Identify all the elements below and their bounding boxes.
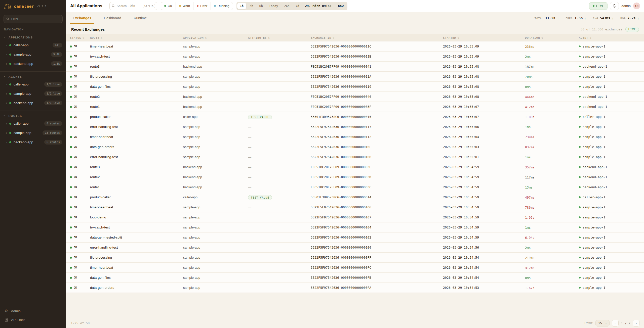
duration-value: 117ms bbox=[525, 175, 535, 179]
table-row[interactable]: OK timer-heartbeat sample-app — 5522F5F9… bbox=[66, 202, 644, 212]
date-range-display[interactable]: 29. März 09:55 – now bbox=[302, 4, 346, 8]
time-range-button[interactable]: 1h bbox=[237, 3, 246, 9]
status-filter-chip[interactable]: Running bbox=[211, 2, 233, 10]
table-row[interactable]: OK route1 backend-app — FEC51BC20E7FF09-… bbox=[66, 182, 644, 192]
sidebar-item-api-docs[interactable]: API Docs bbox=[0, 315, 66, 324]
sidebar-item[interactable]: › backend-app 6 routes bbox=[0, 137, 66, 147]
date-from: 29. März 09:55 bbox=[305, 4, 331, 8]
sidebar-item[interactable]: › caller-app 1/1 live bbox=[0, 80, 66, 89]
table-row[interactable]: OK data-gen-files sample-app — 5522F5F97… bbox=[66, 273, 644, 283]
agent-cell: sample-app-1 bbox=[579, 75, 641, 78]
table-row[interactable]: OK error-handling-test sample-app — 5522… bbox=[66, 152, 644, 162]
next-page-button[interactable]: › bbox=[633, 320, 639, 326]
section-header-applications[interactable]: › APPLICATIONS bbox=[0, 33, 66, 40]
column-header[interactable]: STARTED ⇅ bbox=[443, 36, 525, 39]
table-row[interactable]: OK route1 backend-app — FEC51BC20E7FF09-… bbox=[66, 102, 644, 112]
attributes-cell: — bbox=[248, 275, 311, 280]
theme-toggle-button[interactable] bbox=[610, 2, 619, 10]
ok-status-dot bbox=[70, 186, 72, 188]
column-header[interactable]: AGENT ⇅ bbox=[579, 36, 641, 39]
status-filter-chip[interactable]: OK bbox=[161, 2, 176, 10]
previous-page-button[interactable]: ‹ bbox=[612, 320, 619, 326]
table-row[interactable]: OK route3 backend-app — FEC51BC20E7FF09-… bbox=[66, 62, 644, 72]
table-row[interactable]: OK route2 backend-app — FEC51BC20E7FF09-… bbox=[66, 92, 644, 102]
column-header-label: STARTED bbox=[443, 36, 456, 39]
table-row[interactable]: OK data-gen-orders sample-app — 5522F5F9… bbox=[66, 283, 644, 293]
table-row[interactable]: OK file-processing sample-app — 5522F5F9… bbox=[66, 253, 644, 263]
table-row[interactable]: OK timer-heartbeat sample-app — 5522F5F9… bbox=[66, 41, 644, 52]
exchange-id-cell: 5522F5F97542636-000000000000010B bbox=[311, 155, 443, 159]
column-header[interactable]: DURATION ⇅ bbox=[525, 36, 579, 39]
column-header[interactable]: EXCHANGE ID ⇅ bbox=[311, 36, 443, 39]
agent-status-dot bbox=[579, 257, 581, 258]
time-range-button[interactable]: 6h bbox=[257, 3, 266, 9]
table-row[interactable]: OK data-gen-nested-split sample-app — 55… bbox=[66, 232, 644, 243]
duration-cell: 357ms bbox=[525, 165, 579, 169]
section-header-agents[interactable]: › AGENTS bbox=[0, 73, 66, 80]
duration-value: 1ms bbox=[525, 125, 531, 129]
column-header[interactable]: ATTRIBUTES ⇅ bbox=[248, 36, 311, 39]
time-range-button[interactable]: 3h bbox=[247, 3, 256, 9]
table-row[interactable]: OK product-caller caller-app TEST VALUE … bbox=[66, 112, 644, 122]
table-row[interactable]: OK product-caller caller-app TEST VALUE … bbox=[66, 192, 644, 202]
rows-per-page-select[interactable]: 25 ▾ bbox=[595, 320, 610, 326]
global-search[interactable]: Ctrl+K bbox=[109, 2, 157, 10]
status-filter-chip[interactable]: Error bbox=[193, 2, 211, 10]
column-header[interactable]: STATUS ⇅ bbox=[70, 36, 90, 39]
search-input[interactable] bbox=[117, 4, 141, 8]
sidebar-item[interactable]: › sample-app 1/1 live bbox=[0, 89, 66, 98]
table-row[interactable]: OK route2 backend-app — FEC51BC20E7FF09-… bbox=[66, 172, 644, 182]
status-filter-chip[interactable]: Warn bbox=[176, 2, 193, 10]
live-label: LIVE bbox=[596, 4, 604, 8]
time-range-button[interactable]: 24h bbox=[281, 3, 292, 9]
sidebar-item[interactable]: › caller-app 4 routes bbox=[0, 119, 66, 128]
table-row[interactable]: OK timer-heartbeat sample-app — 5522F5F9… bbox=[66, 263, 644, 273]
time-range-button[interactable]: Today bbox=[266, 3, 281, 9]
table-row[interactable]: OK data-gen-orders sample-app — 5522F5F9… bbox=[66, 142, 644, 152]
started-cell: 2026-03-29 10:54:59 bbox=[443, 236, 525, 239]
column-header[interactable]: APPLICATION ⇅ bbox=[183, 36, 248, 39]
column-header-label: APPLICATION bbox=[183, 36, 204, 39]
avatar[interactable]: AD bbox=[633, 3, 640, 9]
sidebar-item-admin[interactable]: ⚙ Admin bbox=[0, 306, 66, 315]
stat-value: 7.2s bbox=[627, 16, 636, 20]
duration-value: 236ms bbox=[525, 45, 535, 49]
route-cell: route1 bbox=[90, 105, 183, 109]
sidebar-filter[interactable] bbox=[4, 15, 63, 23]
tab[interactable]: Exchanges bbox=[71, 12, 93, 24]
status-cell: OK bbox=[70, 236, 90, 239]
table-row[interactable]: OK route3 backend-app — FEC51BC20E7FF09-… bbox=[66, 162, 644, 172]
table-row[interactable]: OK error-handling-test sample-app — 5522… bbox=[66, 243, 644, 253]
duration-cell: 786ms bbox=[525, 205, 579, 210]
sidebar-item[interactable]: › backend-app 1/1 live bbox=[0, 98, 66, 108]
time-range-button[interactable]: 7d bbox=[293, 3, 302, 9]
sidebar-item[interactable]: › caller-app 441 bbox=[0, 40, 66, 50]
duration-cell: 0ms bbox=[525, 84, 579, 89]
agent-status-dot bbox=[579, 56, 581, 57]
table-row[interactable]: OK data-gen-files sample-app — 5522F5F97… bbox=[66, 82, 644, 92]
table-header-row: STATUS ⇅ ROUTE ⇅ APPLICATION ⇅ ATTRIBUTE… bbox=[66, 34, 644, 41]
table-row[interactable]: OK try-catch-test sample-app — 5522F5F97… bbox=[66, 52, 644, 62]
sidebar-item[interactable]: › sample-app 18 routes bbox=[0, 128, 66, 137]
table-row[interactable]: OK timer-heartbeat sample-app — 5522F5F9… bbox=[66, 132, 644, 142]
attribute-value: — bbox=[248, 226, 251, 229]
route-cell: route3 bbox=[90, 65, 183, 68]
section-header-right: 50 of 11.360 exchanges LIVE bbox=[581, 27, 639, 32]
tab[interactable]: Dashboard bbox=[102, 12, 123, 24]
tab[interactable]: Runtime bbox=[132, 12, 148, 24]
status-filter-label: Warn bbox=[183, 4, 190, 8]
filter-input[interactable] bbox=[11, 17, 60, 21]
scope-selector[interactable]: All Applications bbox=[70, 4, 102, 9]
table-row[interactable]: OK file-processing sample-app — 5522F5F9… bbox=[66, 72, 644, 82]
sidebar-item[interactable]: › sample-app 9.4k bbox=[0, 50, 66, 59]
table-row[interactable]: OK try-catch-test sample-app — 5522F5F97… bbox=[66, 222, 644, 232]
column-header[interactable]: ROUTE ⇅ bbox=[90, 36, 183, 39]
sidebar-item[interactable]: › backend-app 1.3k bbox=[0, 59, 66, 68]
live-toggle-button[interactable]: LIVE bbox=[589, 2, 608, 10]
sidebar-item-badge: 1/1 live bbox=[44, 91, 62, 96]
app-logo[interactable]: cameleer v3.2.1 bbox=[0, 0, 66, 13]
table-row[interactable]: OK error-handling-test sample-app — 5522… bbox=[66, 122, 644, 132]
table-row[interactable]: OK loop-demo sample-app — 5522F5F9754263… bbox=[66, 212, 644, 222]
section-header-routes[interactable]: › ROUTES bbox=[0, 112, 66, 119]
duration-cell: 2ms bbox=[525, 245, 579, 250]
